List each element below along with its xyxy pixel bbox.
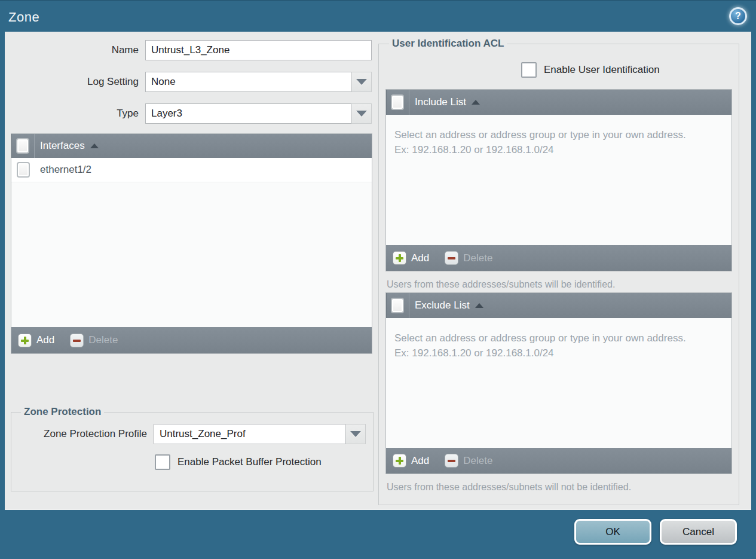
type-row: Type: [11, 103, 374, 124]
zone-protection-profile-dropdown-button[interactable]: [345, 424, 366, 444]
row-checkbox[interactable]: [17, 162, 30, 178]
packet-buffer-row: Enable Packet Buffer Protection: [155, 454, 367, 470]
interfaces-table: Interfaces ethernet1/2 Add Dele: [11, 133, 372, 354]
name-input[interactable]: [145, 40, 372, 60]
exclude-list-body[interactable]: Select an address or address group or ty…: [386, 318, 731, 448]
packet-buffer-checkbox[interactable]: [155, 454, 170, 470]
log-setting-input[interactable]: [145, 72, 351, 92]
include-list-column-header[interactable]: Include List: [415, 96, 466, 108]
add-button[interactable]: Add: [18, 334, 54, 347]
sort-ascending-icon[interactable]: [472, 100, 480, 105]
exclude-delete-button[interactable]: Delete: [445, 454, 492, 468]
dialog-title: Zone: [8, 10, 39, 25]
help-icon[interactable]: ?: [729, 7, 747, 25]
interfaces-select-all-checkbox[interactable]: [16, 138, 29, 154]
delete-button[interactable]: Delete: [70, 334, 118, 347]
enable-user-identification-checkbox[interactable]: [521, 62, 537, 78]
interfaces-column-header[interactable]: Interfaces: [40, 140, 85, 152]
zone-protection-profile-combo: [154, 424, 366, 444]
ok-button[interactable]: OK: [574, 519, 651, 545]
name-label: Name: [11, 44, 145, 56]
packet-buffer-label: Enable Packet Buffer Protection: [177, 456, 322, 468]
exclude-list-column-header[interactable]: Exclude List: [415, 300, 470, 311]
log-setting-label: Log Setting: [11, 76, 145, 88]
zone-protection-profile-input[interactable]: [154, 424, 345, 444]
left-column: Name Log Setting Type: [11, 32, 374, 491]
include-list-helper: Users from these addresses/subnets will …: [387, 279, 732, 290]
zone-protection-profile-row: Zone Protection Profile: [17, 424, 367, 444]
minus-icon: [445, 454, 458, 468]
include-list-footer: Add Delete: [386, 245, 731, 271]
minus-icon: [445, 251, 458, 265]
exclude-list-select-all-checkbox[interactable]: [391, 298, 404, 313]
dialog-content: Name Log Setting Type: [5, 32, 751, 510]
type-combo: [145, 103, 372, 124]
user-identification-acl-legend: User Identification ACL: [389, 38, 507, 50]
enable-user-identification-label: Enable User Identification: [544, 64, 660, 76]
log-setting-row: Log Setting: [11, 72, 374, 92]
sort-ascending-icon[interactable]: [90, 143, 99, 148]
table-row[interactable]: ethernet1/2: [11, 158, 372, 182]
zone-protection-profile-label: Zone Protection Profile: [17, 428, 154, 440]
zone-protection-section: Zone Protection Zone Protection Profile …: [11, 406, 374, 491]
include-delete-button[interactable]: Delete: [445, 251, 492, 265]
type-dropdown-button[interactable]: [351, 103, 372, 124]
plus-icon: [18, 334, 32, 347]
name-row: Name: [11, 40, 374, 60]
interfaces-table-header: Interfaces: [11, 134, 372, 158]
log-setting-dropdown-button[interactable]: [351, 72, 372, 92]
interfaces-table-footer: Add Delete: [11, 327, 372, 353]
include-add-button[interactable]: Add: [393, 251, 429, 265]
exclude-add-button[interactable]: Add: [393, 454, 429, 468]
enable-user-identification-row: Enable User Identification: [521, 62, 732, 78]
chevron-down-icon: [356, 79, 367, 85]
exclude-list-header: Exclude List: [386, 293, 731, 318]
exclude-list-placeholder: Select an address or address group or ty…: [386, 318, 697, 361]
include-list-select-all-checkbox[interactable]: [391, 94, 404, 110]
chevron-down-icon: [350, 431, 361, 437]
zone-dialog: { "window": { "title": "Zone" }, "icons"…: [0, 0, 756, 559]
interface-name: ethernet1/2: [40, 164, 91, 176]
type-label: Type: [11, 108, 145, 120]
zone-protection-legend: Zone Protection: [21, 406, 104, 418]
exclude-list-table: Exclude List Select an address or addres…: [385, 292, 732, 474]
log-setting-combo: [145, 72, 372, 92]
include-list-table: Include List Select an address or addres…: [385, 89, 732, 271]
chevron-down-icon: [356, 111, 367, 117]
include-list-header: Include List: [386, 90, 731, 115]
include-list-placeholder: Select an address or address group or ty…: [386, 115, 697, 157]
minus-icon: [70, 334, 84, 347]
interfaces-table-body: ethernet1/2: [11, 158, 372, 327]
exclude-list-helper: Users from these addresses/subnets will …: [387, 482, 732, 493]
type-input[interactable]: [145, 103, 351, 124]
user-identification-acl-section: User Identification ACL Enable User Iden…: [378, 38, 739, 505]
dialog-titlebar: Zone ?: [0, 0, 756, 32]
include-list-body[interactable]: Select an address or address group or ty…: [386, 115, 731, 245]
sort-ascending-icon[interactable]: [475, 303, 483, 308]
plus-icon: [393, 454, 406, 468]
exclude-list-footer: Add Delete: [386, 448, 731, 474]
plus-icon: [393, 251, 406, 265]
cancel-button[interactable]: Cancel: [660, 519, 737, 545]
